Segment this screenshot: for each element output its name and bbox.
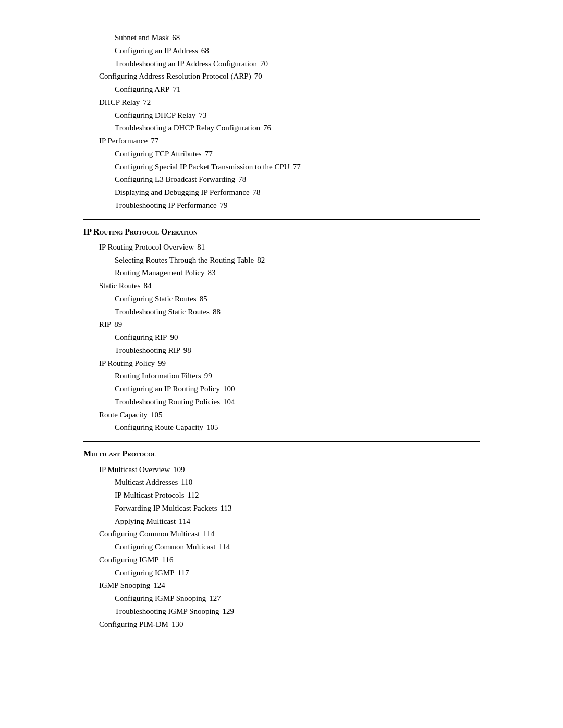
section-divider bbox=[83, 441, 480, 442]
toc-page-number: 129 bbox=[223, 605, 235, 618]
toc-page-number: 100 bbox=[223, 382, 235, 396]
toc-entry-text: Configuring an IP Routing Policy bbox=[115, 382, 220, 396]
toc-entry-text: Configuring Special IP Packet Transmissi… bbox=[115, 161, 290, 174]
toc-page-number: 77 bbox=[205, 147, 213, 161]
toc-line: Troubleshooting an IP Address Configurat… bbox=[83, 57, 480, 70]
toc-entry-text: Troubleshooting RIP bbox=[115, 344, 180, 357]
toc-line: Configuring IGMP116 bbox=[83, 553, 480, 566]
toc-line: Troubleshooting a DHCP Relay Configurati… bbox=[83, 121, 480, 134]
toc-entry-text: Troubleshooting IP Performance bbox=[115, 199, 217, 212]
section-header: Multicast Protocol bbox=[83, 447, 480, 461]
section-header-text: Multicast Protocol bbox=[83, 447, 156, 461]
toc-page-number: 113 bbox=[221, 502, 232, 515]
toc-page-number: 70 bbox=[260, 57, 268, 70]
toc-entry-text: Configuring IGMP Snooping bbox=[115, 592, 206, 605]
toc-page-number: 105 bbox=[206, 421, 218, 434]
toc-page-number: 70 bbox=[254, 70, 262, 83]
toc-page-number: 84 bbox=[144, 279, 152, 292]
toc-entry-text: Configuring IGMP bbox=[99, 553, 159, 566]
toc-page-number: 81 bbox=[197, 241, 205, 254]
toc-entry-text: Configuring TCP Attributes bbox=[115, 147, 202, 161]
toc-line: Configuring RIP90 bbox=[83, 331, 480, 344]
toc-line: Configuring Special IP Packet Transmissi… bbox=[83, 161, 480, 174]
toc-entry-text: Route Capacity bbox=[99, 409, 148, 422]
toc-entry-text: Configuring Static Routes bbox=[115, 292, 197, 305]
toc-page-number: 112 bbox=[188, 489, 199, 502]
toc-line: Configuring Static Routes85 bbox=[83, 292, 480, 305]
toc-page-number: 90 bbox=[170, 331, 178, 344]
toc-entry-text: Configuring DHCP Relay bbox=[115, 109, 195, 122]
toc-entry-text: Routing Information Filters bbox=[115, 369, 201, 382]
toc-entry-text: Configuring L3 Broadcast Forwarding bbox=[115, 173, 235, 186]
toc-line: Configuring Route Capacity105 bbox=[83, 421, 480, 434]
toc-entry-text: DHCP Relay bbox=[99, 96, 140, 109]
toc-line: Troubleshooting IP Performance79 bbox=[83, 199, 480, 212]
toc-entry-text: Multicast Addresses bbox=[115, 476, 178, 489]
section-header: IP Routing Protocol Operation bbox=[83, 225, 480, 239]
toc-entry-text: Configuring ARP bbox=[115, 83, 169, 96]
section-header-text: IP Routing Protocol Operation bbox=[83, 225, 198, 239]
toc-entry-text: IP Multicast Protocols bbox=[115, 489, 185, 502]
toc-container: Subnet and Mask68Configuring an IP Addre… bbox=[83, 31, 480, 631]
toc-page-number: 114 bbox=[179, 515, 190, 528]
toc-entry-text: Applying Multicast bbox=[115, 515, 176, 528]
toc-entry-text: Troubleshooting a DHCP Relay Configurati… bbox=[115, 121, 260, 134]
toc-page-number: 79 bbox=[220, 199, 228, 212]
toc-page-number: 76 bbox=[263, 121, 271, 134]
toc-line: Configuring TCP Attributes77 bbox=[83, 147, 480, 161]
toc-page-number: 124 bbox=[153, 579, 165, 592]
toc-line: Troubleshooting IGMP Snooping129 bbox=[83, 605, 480, 618]
toc-entry-text: Subnet and Mask bbox=[115, 31, 169, 44]
toc-page-number: 77 bbox=[151, 134, 158, 147]
toc-entry-text: IP Routing Protocol Overview bbox=[99, 241, 194, 254]
toc-line: RIP89 bbox=[83, 318, 480, 331]
toc-page-number: 98 bbox=[183, 344, 191, 357]
toc-line: IGMP Snooping124 bbox=[83, 579, 480, 592]
toc-entry-text: Configuring IGMP bbox=[115, 566, 175, 579]
toc-page-number: 109 bbox=[173, 463, 185, 476]
toc-line: Configuring an IP Address68 bbox=[83, 44, 480, 57]
toc-line: Troubleshooting Static Routes88 bbox=[83, 305, 480, 318]
toc-page-number: 114 bbox=[203, 527, 214, 540]
toc-page-number: 78 bbox=[238, 173, 246, 186]
toc-line: Configuring Address Resolution Protocol … bbox=[83, 70, 480, 83]
toc-page-number: 116 bbox=[162, 553, 174, 566]
section-divider bbox=[83, 219, 480, 220]
toc-page-number: 114 bbox=[218, 540, 230, 553]
toc-line: Subnet and Mask68 bbox=[83, 31, 480, 44]
toc-line: Static Routes84 bbox=[83, 279, 480, 292]
toc-line: Forwarding IP Multicast Packets113 bbox=[83, 502, 480, 515]
toc-entry-text: Routing Management Policy bbox=[115, 266, 204, 279]
toc-entry-text: Displaying and Debugging IP Performance bbox=[115, 186, 250, 199]
toc-page-number: 110 bbox=[181, 476, 192, 489]
toc-page-number: 83 bbox=[207, 266, 215, 279]
toc-page-number: 127 bbox=[209, 592, 221, 605]
toc-line: IP Performance77 bbox=[83, 134, 480, 147]
toc-entry-text: Configuring Address Resolution Protocol … bbox=[99, 70, 251, 83]
toc-line: Applying Multicast114 bbox=[83, 515, 480, 528]
toc-line: Route Capacity105 bbox=[83, 409, 480, 422]
toc-line: Troubleshooting Routing Policies104 bbox=[83, 396, 480, 409]
toc-entry-text: Configuring RIP bbox=[115, 331, 167, 344]
toc-entry-text: Troubleshooting IGMP Snooping bbox=[115, 605, 219, 618]
toc-line: Configuring PIM-DM130 bbox=[83, 618, 480, 631]
toc-entry-text: IP Multicast Overview bbox=[99, 463, 170, 476]
toc-page-number: 88 bbox=[213, 305, 221, 318]
toc-line: Troubleshooting RIP98 bbox=[83, 344, 480, 357]
toc-page-number: 78 bbox=[253, 186, 261, 199]
toc-page-number: 72 bbox=[143, 96, 151, 109]
toc-line: Configuring ARP71 bbox=[83, 83, 480, 96]
toc-page-number: 130 bbox=[172, 618, 183, 631]
toc-entry-text: IP Routing Policy bbox=[99, 357, 155, 370]
toc-line: DHCP Relay72 bbox=[83, 96, 480, 109]
toc-entry-text: Forwarding IP Multicast Packets bbox=[115, 502, 217, 515]
toc-line: IP Multicast Overview109 bbox=[83, 463, 480, 476]
toc-page-number: 117 bbox=[178, 566, 189, 579]
toc-entry-text: Troubleshooting Static Routes bbox=[115, 305, 210, 318]
toc-page-number: 82 bbox=[257, 254, 265, 267]
toc-line: IP Routing Policy99 bbox=[83, 357, 480, 370]
toc-page-number: 99 bbox=[158, 357, 166, 370]
toc-line: Configuring DHCP Relay73 bbox=[83, 109, 480, 122]
toc-line: Multicast Addresses110 bbox=[83, 476, 480, 489]
toc-line: Configuring Common Multicast114 bbox=[83, 540, 480, 553]
